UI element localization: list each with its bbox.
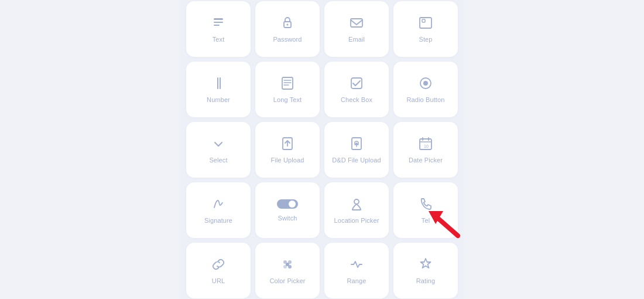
svg-rect-5 xyxy=(351,19,362,27)
range-icon xyxy=(348,256,365,273)
svg-marker-30 xyxy=(429,211,443,224)
step-label: Step xyxy=(419,36,432,43)
radio-button-label: Radio Button xyxy=(407,96,445,103)
date-picker-label: Date Picker xyxy=(409,157,443,164)
form-elements-grid: Text Password Email xyxy=(180,0,464,299)
grid-item-dd-file-upload[interactable]: D&D File Upload xyxy=(324,122,389,178)
grid-item-password[interactable]: Password xyxy=(255,1,320,57)
signature-label: Signature xyxy=(204,217,232,224)
signature-icon xyxy=(210,196,227,212)
svg-rect-10 xyxy=(282,77,293,89)
grid-item-number[interactable]: Number xyxy=(186,62,251,117)
location-picker-icon xyxy=(348,196,365,212)
svg-rect-6 xyxy=(420,18,431,28)
grid-item-file-upload[interactable]: File Upload xyxy=(255,122,320,178)
text-icon xyxy=(210,15,227,31)
radio-icon xyxy=(417,75,434,91)
grid-item-radio-button[interactable]: Radio Button xyxy=(393,62,458,117)
step-icon xyxy=(417,15,434,31)
svg-text:10: 10 xyxy=(424,144,429,148)
grid-item-switch[interactable]: Switch xyxy=(255,182,320,238)
rating-label: Rating xyxy=(416,277,435,284)
svg-rect-7 xyxy=(422,19,425,22)
switch-icon xyxy=(277,198,298,210)
grid-item-url[interactable]: URL xyxy=(186,243,251,298)
grid-item-check-box[interactable]: Check Box xyxy=(324,62,389,117)
grid-item-color-picker[interactable]: Color Picker xyxy=(255,243,320,298)
checkbox-label: Check Box xyxy=(341,96,372,103)
svg-point-16 xyxy=(423,81,428,86)
text-label: Text xyxy=(213,36,225,43)
dd-file-upload-icon xyxy=(348,135,365,152)
svg-rect-1 xyxy=(214,22,223,23)
elements-grid: Text Password Email xyxy=(180,0,464,299)
range-label: Range xyxy=(347,277,366,284)
date-picker-icon: 10 xyxy=(417,135,434,152)
grid-item-select[interactable]: Select xyxy=(186,122,251,178)
svg-rect-2 xyxy=(214,25,220,26)
long-text-label: Long Text xyxy=(273,96,302,103)
svg-point-29 xyxy=(354,199,359,204)
grid-item-email[interactable]: Email xyxy=(324,1,389,57)
select-label: Select xyxy=(209,157,227,164)
svg-point-4 xyxy=(287,24,289,26)
switch-label: Switch xyxy=(278,215,297,222)
svg-point-28 xyxy=(289,201,296,208)
password-label: Password xyxy=(273,36,302,43)
grid-item-step[interactable]: Step xyxy=(393,1,458,57)
select-icon xyxy=(210,135,227,152)
tel-icon xyxy=(417,196,434,212)
password-icon xyxy=(279,15,296,31)
svg-rect-0 xyxy=(214,18,223,20)
grid-item-signature[interactable]: Signature xyxy=(186,182,251,238)
location-picker-label: Location Picker xyxy=(334,217,379,224)
color-picker-icon xyxy=(279,256,296,273)
grid-item-location-picker[interactable]: Location Picker xyxy=(324,182,389,238)
number-icon xyxy=(210,75,227,91)
url-label: URL xyxy=(212,277,225,284)
grid-item-range[interactable]: Range xyxy=(324,243,389,298)
color-picker-label: Color Picker xyxy=(269,277,305,284)
checkbox-icon xyxy=(348,75,365,91)
email-label: Email xyxy=(348,36,365,43)
rating-icon xyxy=(417,256,434,273)
dd-file-upload-label: D&D File Upload xyxy=(332,157,381,164)
grid-item-date-picker[interactable]: 10 Date Picker xyxy=(393,122,458,178)
url-icon xyxy=(210,256,227,273)
grid-item-tel[interactable]: Tel xyxy=(393,182,458,238)
tel-label: Tel xyxy=(422,217,430,224)
grid-item-text[interactable]: Text xyxy=(186,1,251,57)
long-text-icon xyxy=(279,75,296,91)
grid-item-rating[interactable]: Rating xyxy=(393,243,458,298)
number-label: Number xyxy=(207,96,230,103)
email-icon xyxy=(348,15,365,31)
grid-item-long-text[interactable]: Long Text xyxy=(255,62,320,117)
svg-point-35 xyxy=(286,263,289,266)
file-upload-label: File Upload xyxy=(271,157,304,164)
file-upload-icon xyxy=(279,135,296,152)
